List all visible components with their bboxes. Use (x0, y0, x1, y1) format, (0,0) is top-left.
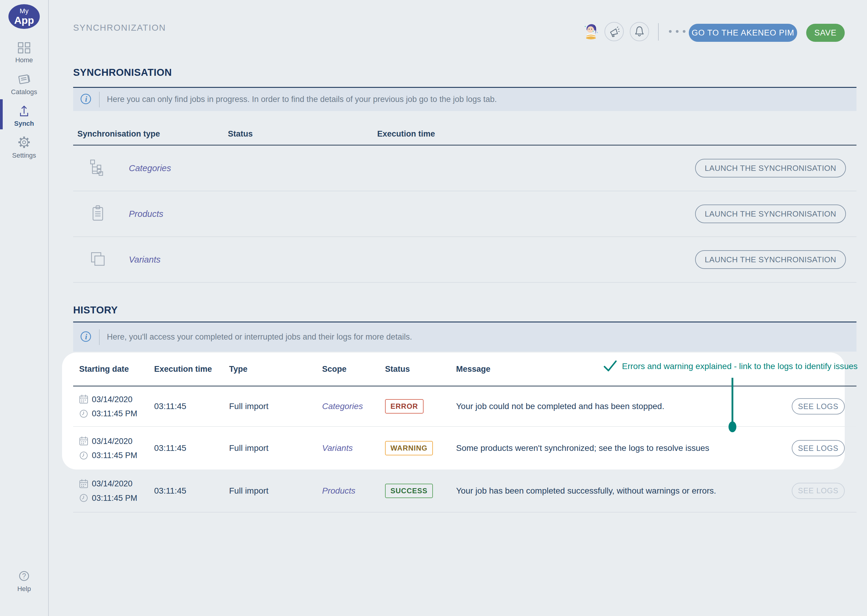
sync-type-link[interactable]: Categories (129, 163, 171, 173)
see-logs-button[interactable]: SEE LOGS (792, 398, 845, 415)
see-logs-cell: SEE LOGS (792, 483, 845, 499)
go-to-pim-button[interactable]: GO TO THE AKENEO PIM (689, 24, 797, 42)
type-cell: Full import (229, 486, 268, 496)
sync-table: Categories LAUNCH THE SYNCHRONISATION Pr… (73, 146, 856, 283)
status-badge-error: ERROR (385, 399, 424, 413)
starting-date-cell: 03/14/2020 03:11:45 PM (79, 394, 137, 418)
type-cell: Full import (229, 443, 268, 453)
sync-table-header: Synchronisation type Status Execution ti… (73, 129, 856, 145)
check-icon (603, 360, 617, 374)
see-logs-cell: SEE LOGS (792, 398, 845, 415)
banner-divider (99, 92, 100, 107)
starting-date-cell: 03/14/2020 03:11:45 PM (79, 479, 137, 503)
history-row-warning: 03/14/2020 03:11:45 PM 03:11:45 Full imp… (73, 427, 856, 470)
page-title: SYNCHRONIZATION (73, 23, 166, 33)
sync-info-banner: i Here you can only find jobs in progres… (73, 87, 856, 111)
megaphone-icon (608, 25, 620, 38)
sidebar-item-label: Help (17, 585, 31, 593)
sidebar: My App Home (0, 0, 49, 616)
history-info-text: Here, you'll access your completed or in… (107, 332, 412, 342)
column-header-type: Type (229, 365, 247, 374)
logo-line1: My (20, 8, 28, 14)
see-logs-button[interactable]: SEE LOGS (792, 440, 845, 456)
scope-link[interactable]: Variants (322, 443, 353, 453)
grid-icon (18, 42, 30, 53)
column-header-status: Status (385, 365, 410, 374)
scope-link[interactable]: Products (322, 486, 356, 496)
annotation-text: Errors and warning explained - link to t… (622, 360, 858, 371)
info-icon: i (80, 93, 92, 106)
user-avatar[interactable] (583, 22, 599, 40)
column-header-type: Synchronisation type (77, 129, 160, 139)
sync-type-link[interactable]: Products (129, 209, 163, 219)
column-header-scope: Scope (322, 365, 347, 374)
sidebar-item-home[interactable]: Home (0, 39, 48, 68)
launch-sync-button[interactable]: LAUNCH THE SYNCHRONISATION (695, 250, 846, 269)
notifications-button[interactable] (630, 22, 649, 41)
sidebar-item-catalogs[interactable]: Catalogs (0, 70, 48, 99)
svg-text:i: i (85, 332, 87, 341)
annotation-pointer-line (731, 378, 733, 423)
status-badge-success: SUCCESS (385, 484, 433, 498)
starting-date-value: 03/14/2020 (92, 479, 132, 489)
upload-icon (17, 104, 31, 117)
sync-row-products: Products LAUNCH THE SYNCHRONISATION (73, 191, 856, 237)
column-header-starting-date: Starting date (79, 365, 129, 374)
starting-time-value: 03:11:45 PM (92, 493, 137, 503)
see-logs-button-disabled[interactable]: SEE LOGS (792, 483, 845, 499)
clipboard-icon (90, 205, 106, 223)
status-badge-wrap: WARNING (385, 441, 433, 456)
variants-icon (90, 251, 106, 269)
scope-link[interactable]: Categories (322, 402, 363, 411)
calendar-icon (79, 394, 88, 404)
sidebar-item-synch[interactable]: Synch (0, 101, 48, 130)
history-row-error: 03/14/2020 03:11:45 PM 03:11:45 Full imp… (73, 387, 856, 427)
launch-sync-button[interactable]: LAUNCH THE SYNCHRONISATION (695, 204, 846, 223)
gear-icon (17, 136, 31, 149)
starting-date-value: 03/14/2020 (92, 437, 132, 446)
column-header-status: Status (228, 129, 253, 139)
sidebar-item-label: Settings (12, 152, 36, 159)
execution-time-cell: 03:11:45 (154, 486, 186, 496)
svg-text:i: i (85, 95, 87, 104)
more-options-button[interactable] (669, 30, 686, 33)
message-cell: Your job has been completed successfully… (456, 486, 775, 496)
history-row-success: 03/14/2020 03:11:45 PM 03:11:45 Full imp… (73, 470, 856, 512)
status-badge-warning: WARNING (385, 441, 433, 456)
starting-time-value: 03:11:45 PM (92, 409, 137, 418)
save-button[interactable]: SAVE (806, 24, 845, 42)
category-tree-icon (90, 159, 106, 177)
message-cell: Your job could not be completed and has … (456, 402, 775, 411)
execution-time-cell: 03:11:45 (154, 443, 186, 453)
ellipsis-dot (676, 30, 679, 33)
sidebar-item-help[interactable]: ? Help (0, 567, 48, 596)
sync-section-title: SYNCHRONISATION (73, 67, 172, 78)
header-divider (658, 23, 659, 41)
starting-date-value: 03/14/2020 (92, 394, 132, 404)
bell-icon (634, 25, 645, 38)
starting-date-cell: 03/14/2020 03:11:45 PM (79, 437, 137, 460)
column-header-execution-time: Execution time (377, 129, 435, 139)
app-logo: My App (8, 4, 40, 29)
sidebar-item-label: Synch (14, 120, 34, 127)
starting-time-value: 03:11:45 PM (92, 451, 137, 460)
ellipsis-dot (683, 30, 686, 33)
column-header-execution-time: Execution time (154, 365, 212, 374)
clock-icon (79, 409, 88, 418)
sync-type-link[interactable]: Variants (129, 255, 161, 265)
execution-time-cell: 03:11:45 (154, 402, 186, 411)
launch-sync-button[interactable]: LAUNCH THE SYNCHRONISATION (695, 159, 846, 178)
book-icon (17, 73, 31, 85)
sync-row-variants: Variants LAUNCH THE SYNCHRONISATION (73, 237, 856, 283)
see-logs-cell: SEE LOGS (792, 440, 845, 456)
column-header-message: Message (456, 365, 490, 374)
svg-text:?: ? (22, 572, 26, 580)
ellipsis-dot (669, 30, 672, 33)
annotation-note: Errors and warning explained - link to t… (603, 360, 858, 374)
help-icon: ? (18, 570, 30, 582)
logo-line2: App (14, 15, 34, 25)
sidebar-item-settings[interactable]: Settings (0, 133, 48, 162)
announcements-button[interactable] (604, 22, 624, 41)
info-icon: i (80, 330, 92, 344)
clock-icon (79, 493, 88, 503)
